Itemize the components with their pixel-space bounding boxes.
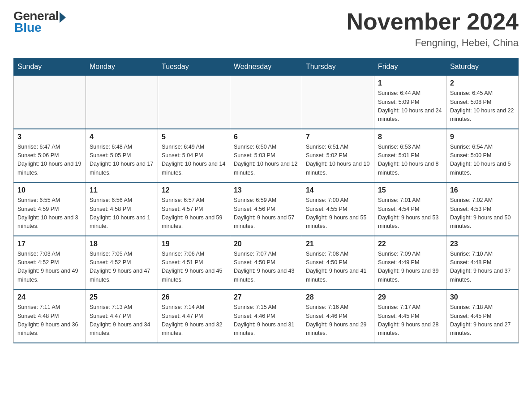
- day-info: Sunrise: 7:00 AMSunset: 4:55 PMDaylight:…: [306, 196, 370, 231]
- weekday-header-tuesday: Tuesday: [158, 58, 230, 76]
- calendar-cell: [14, 76, 86, 129]
- calendar-cell: 16Sunrise: 7:02 AMSunset: 4:53 PMDayligh…: [446, 182, 518, 236]
- day-number: 14: [306, 186, 370, 194]
- day-number: 21: [306, 240, 370, 248]
- day-info: Sunrise: 6:57 AMSunset: 4:57 PMDaylight:…: [162, 196, 226, 231]
- day-info: Sunrise: 6:47 AMSunset: 5:06 PMDaylight:…: [17, 143, 82, 178]
- calendar-cell: 24Sunrise: 7:11 AMSunset: 4:48 PMDayligh…: [14, 289, 86, 343]
- day-info: Sunrise: 7:05 AMSunset: 4:52 PMDaylight:…: [90, 250, 154, 285]
- calendar-week-row: 3Sunrise: 6:47 AMSunset: 5:06 PMDaylight…: [14, 129, 519, 183]
- day-number: 30: [450, 293, 515, 301]
- calendar-cell: 2Sunrise: 6:45 AMSunset: 5:08 PMDaylight…: [446, 76, 518, 129]
- day-number: 18: [90, 240, 154, 248]
- day-number: 4: [90, 133, 154, 141]
- calendar-cell: 12Sunrise: 6:57 AMSunset: 4:57 PMDayligh…: [158, 182, 230, 236]
- day-info: Sunrise: 7:02 AMSunset: 4:53 PMDaylight:…: [450, 196, 515, 231]
- day-number: 6: [234, 133, 298, 141]
- day-info: Sunrise: 7:01 AMSunset: 4:54 PMDaylight:…: [378, 196, 442, 231]
- day-number: 27: [234, 293, 298, 301]
- day-number: 25: [90, 293, 154, 301]
- day-info: Sunrise: 7:17 AMSunset: 4:45 PMDaylight:…: [378, 303, 442, 338]
- day-number: 5: [162, 133, 226, 141]
- calendar-cell: 11Sunrise: 6:56 AMSunset: 4:58 PMDayligh…: [86, 182, 158, 236]
- calendar-cell: 22Sunrise: 7:09 AMSunset: 4:49 PMDayligh…: [374, 236, 446, 290]
- day-info: Sunrise: 7:15 AMSunset: 4:46 PMDaylight:…: [234, 303, 298, 338]
- calendar-cell: 4Sunrise: 6:48 AMSunset: 5:05 PMDaylight…: [86, 129, 158, 183]
- day-number: 7: [306, 133, 370, 141]
- day-number: 26: [162, 293, 226, 301]
- day-info: Sunrise: 6:54 AMSunset: 5:00 PMDaylight:…: [450, 143, 515, 178]
- day-info: Sunrise: 6:56 AMSunset: 4:58 PMDaylight:…: [90, 196, 154, 231]
- calendar-body: 1Sunrise: 6:44 AMSunset: 5:09 PMDaylight…: [14, 76, 519, 343]
- day-info: Sunrise: 7:06 AMSunset: 4:51 PMDaylight:…: [162, 250, 226, 285]
- calendar-cell: 7Sunrise: 6:51 AMSunset: 5:02 PMDaylight…: [302, 129, 374, 183]
- calendar-cell: 20Sunrise: 7:07 AMSunset: 4:50 PMDayligh…: [230, 236, 302, 290]
- day-number: 20: [234, 240, 298, 248]
- day-info: Sunrise: 6:49 AMSunset: 5:04 PMDaylight:…: [162, 143, 226, 178]
- day-number: 29: [378, 293, 442, 301]
- calendar-subtitle: Fengning, Hebei, China: [347, 37, 519, 49]
- calendar-week-row: 17Sunrise: 7:03 AMSunset: 4:52 PMDayligh…: [14, 236, 519, 290]
- calendar-cell: 25Sunrise: 7:13 AMSunset: 4:47 PMDayligh…: [86, 289, 158, 343]
- calendar-cell: 15Sunrise: 7:01 AMSunset: 4:54 PMDayligh…: [374, 182, 446, 236]
- calendar-cell: 14Sunrise: 7:00 AMSunset: 4:55 PMDayligh…: [302, 182, 374, 236]
- calendar-cell: [86, 76, 158, 129]
- calendar-cell: 23Sunrise: 7:10 AMSunset: 4:48 PMDayligh…: [446, 236, 518, 290]
- day-number: 1: [378, 79, 442, 87]
- calendar-week-row: 1Sunrise: 6:44 AMSunset: 5:09 PMDaylight…: [14, 76, 519, 129]
- calendar-cell: 5Sunrise: 6:49 AMSunset: 5:04 PMDaylight…: [158, 129, 230, 183]
- day-info: Sunrise: 6:48 AMSunset: 5:05 PMDaylight:…: [90, 143, 154, 178]
- day-number: 10: [17, 186, 82, 194]
- calendar-cell: 21Sunrise: 7:08 AMSunset: 4:50 PMDayligh…: [302, 236, 374, 290]
- day-number: 15: [378, 186, 442, 194]
- day-info: Sunrise: 7:09 AMSunset: 4:49 PMDaylight:…: [378, 250, 442, 285]
- calendar-cell: 9Sunrise: 6:54 AMSunset: 5:00 PMDaylight…: [446, 129, 518, 183]
- weekday-header-thursday: Thursday: [302, 58, 374, 76]
- calendar-cell: 29Sunrise: 7:17 AMSunset: 4:45 PMDayligh…: [374, 289, 446, 343]
- calendar-cell: 28Sunrise: 7:16 AMSunset: 4:46 PMDayligh…: [302, 289, 374, 343]
- calendar-cell: 26Sunrise: 7:14 AMSunset: 4:47 PMDayligh…: [158, 289, 230, 343]
- calendar-cell: 10Sunrise: 6:55 AMSunset: 4:59 PMDayligh…: [14, 182, 86, 236]
- day-info: Sunrise: 6:44 AMSunset: 5:09 PMDaylight:…: [378, 89, 442, 124]
- weekday-header-row: SundayMondayTuesdayWednesdayThursdayFrid…: [14, 58, 519, 76]
- calendar-cell: 1Sunrise: 6:44 AMSunset: 5:09 PMDaylight…: [374, 76, 446, 129]
- day-number: 28: [306, 293, 370, 301]
- calendar-cell: 6Sunrise: 6:50 AMSunset: 5:03 PMDaylight…: [230, 129, 302, 183]
- calendar-cell: 3Sunrise: 6:47 AMSunset: 5:06 PMDaylight…: [14, 129, 86, 183]
- page-header: General Blue November 2024 Fengning, Heb…: [13, 9, 519, 49]
- day-number: 3: [17, 133, 82, 141]
- calendar-title: November 2024: [347, 9, 519, 34]
- weekday-header-friday: Friday: [374, 58, 446, 76]
- day-info: Sunrise: 6:50 AMSunset: 5:03 PMDaylight:…: [234, 143, 298, 178]
- calendar-week-row: 10Sunrise: 6:55 AMSunset: 4:59 PMDayligh…: [14, 182, 519, 236]
- calendar-cell: 13Sunrise: 6:59 AMSunset: 4:56 PMDayligh…: [230, 182, 302, 236]
- logo-arrow-icon: [60, 12, 66, 23]
- day-number: 19: [162, 240, 226, 248]
- day-number: 8: [378, 133, 442, 141]
- day-info: Sunrise: 7:16 AMSunset: 4:46 PMDaylight:…: [306, 303, 370, 338]
- calendar-cell: 30Sunrise: 7:18 AMSunset: 4:45 PMDayligh…: [446, 289, 518, 343]
- day-info: Sunrise: 7:10 AMSunset: 4:48 PMDaylight:…: [450, 250, 515, 285]
- logo: General Blue: [13, 9, 66, 35]
- day-info: Sunrise: 7:07 AMSunset: 4:50 PMDaylight:…: [234, 250, 298, 285]
- calendar-cell: 8Sunrise: 6:53 AMSunset: 5:01 PMDaylight…: [374, 129, 446, 183]
- title-block: November 2024 Fengning, Hebei, China: [347, 9, 519, 49]
- day-info: Sunrise: 7:03 AMSunset: 4:52 PMDaylight:…: [17, 250, 82, 285]
- day-number: 11: [90, 186, 154, 194]
- weekday-header-monday: Monday: [86, 58, 158, 76]
- weekday-header-saturday: Saturday: [446, 58, 518, 76]
- calendar-week-row: 24Sunrise: 7:11 AMSunset: 4:48 PMDayligh…: [14, 289, 519, 343]
- day-info: Sunrise: 7:14 AMSunset: 4:47 PMDaylight:…: [162, 303, 226, 338]
- day-info: Sunrise: 6:59 AMSunset: 4:56 PMDaylight:…: [234, 196, 298, 231]
- calendar-cell: 19Sunrise: 7:06 AMSunset: 4:51 PMDayligh…: [158, 236, 230, 290]
- day-number: 24: [17, 293, 82, 301]
- day-number: 23: [450, 240, 515, 248]
- day-info: Sunrise: 6:45 AMSunset: 5:08 PMDaylight:…: [450, 89, 515, 124]
- calendar-cell: [158, 76, 230, 129]
- day-info: Sunrise: 7:11 AMSunset: 4:48 PMDaylight:…: [17, 303, 82, 338]
- day-info: Sunrise: 6:51 AMSunset: 5:02 PMDaylight:…: [306, 143, 370, 178]
- day-info: Sunrise: 7:08 AMSunset: 4:50 PMDaylight:…: [306, 250, 370, 285]
- day-number: 12: [162, 186, 226, 194]
- day-info: Sunrise: 6:55 AMSunset: 4:59 PMDaylight:…: [17, 196, 82, 231]
- weekday-header-wednesday: Wednesday: [230, 58, 302, 76]
